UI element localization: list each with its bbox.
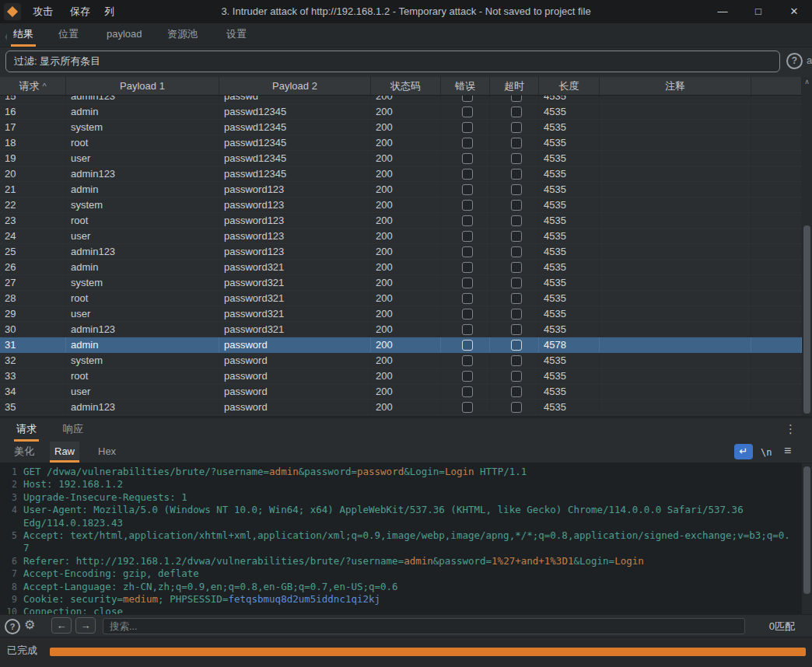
timeout-checkbox[interactable] xyxy=(511,371,522,382)
gear-icon[interactable]: ⚙ xyxy=(24,617,35,632)
table-row[interactable]: 21adminpassword1232004535 xyxy=(0,182,802,197)
tab-hex[interactable]: Hex xyxy=(93,442,121,463)
table-row[interactable]: 25admin123password1232004535 xyxy=(0,244,802,260)
table-row[interactable]: 22systempassword1232004535 xyxy=(0,197,802,213)
col-payload1[interactable]: Payload 1 xyxy=(66,77,219,95)
tab-response[interactable]: 响应 xyxy=(61,418,86,442)
request-editor[interactable]: 1GET /dvwa/vulnerabilities/brute/?userna… xyxy=(0,463,802,614)
timeout-checkbox[interactable] xyxy=(511,138,522,148)
table-row[interactable]: 26adminpassword3212004535 xyxy=(0,260,802,275)
table-row[interactable]: 15admin123passwd2004535 xyxy=(0,96,802,104)
timeout-checkbox[interactable] xyxy=(511,355,522,366)
error-checkbox[interactable] xyxy=(462,153,473,164)
error-checkbox[interactable] xyxy=(462,122,473,133)
error-checkbox[interactable] xyxy=(462,386,473,397)
timeout-checkbox[interactable] xyxy=(511,107,522,117)
table-row[interactable]: 30admin123password3212004535 xyxy=(0,322,802,337)
newline-toggle[interactable]: \n xyxy=(761,445,772,460)
timeout-checkbox[interactable] xyxy=(511,215,522,226)
timeout-checkbox[interactable] xyxy=(511,386,522,397)
kebab-menu-icon[interactable]: ⋮ xyxy=(785,422,796,436)
error-checkbox[interactable] xyxy=(462,231,473,242)
timeout-checkbox[interactable] xyxy=(511,153,522,164)
col-error[interactable]: 错误 xyxy=(441,77,490,95)
tab-raw[interactable]: Raw xyxy=(50,442,79,463)
timeout-checkbox[interactable] xyxy=(511,231,522,242)
timeout-checkbox[interactable] xyxy=(511,122,522,133)
table-row[interactable]: 20admin123passwd123452004535 xyxy=(0,166,802,182)
table-row[interactable]: 29userpassword3212004535 xyxy=(0,306,802,322)
timeout-checkbox[interactable] xyxy=(511,96,522,102)
table-row[interactable]: 18rootpasswd123452004535 xyxy=(0,135,802,151)
scroll-up-icon[interactable]: ∧ xyxy=(802,78,812,86)
timeout-checkbox[interactable] xyxy=(511,184,522,195)
maximize-button[interactable]: □ xyxy=(740,0,776,23)
table-scrollbar-thumb[interactable] xyxy=(803,225,810,414)
prev-match-button[interactable]: ← xyxy=(51,617,72,634)
table-row[interactable]: 17systempasswd123452004535 xyxy=(0,120,802,135)
timeout-checkbox[interactable] xyxy=(511,200,522,211)
timeout-checkbox[interactable] xyxy=(511,293,522,304)
menu-columns[interactable]: 列 xyxy=(100,0,119,23)
minimize-button[interactable]: — xyxy=(705,0,740,23)
table-row[interactable]: 32systempassword2004535 xyxy=(0,353,802,368)
menu-save[interactable]: 保存 xyxy=(65,0,95,23)
timeout-checkbox[interactable] xyxy=(511,324,522,335)
col-request[interactable]: 请求 ^ xyxy=(0,77,66,95)
col-payload2[interactable]: Payload 2 xyxy=(219,77,371,95)
timeout-checkbox[interactable] xyxy=(511,402,522,413)
search-help-icon[interactable]: ? xyxy=(5,619,20,634)
error-checkbox[interactable] xyxy=(462,355,473,366)
error-checkbox[interactable] xyxy=(462,246,473,257)
timeout-checkbox[interactable] xyxy=(511,169,522,180)
error-checkbox[interactable] xyxy=(462,309,473,320)
tab-pretty[interactable]: 美化 xyxy=(9,442,39,463)
tab-settings[interactable]: 设置 xyxy=(224,23,249,47)
error-checkbox[interactable] xyxy=(462,215,473,226)
error-checkbox[interactable] xyxy=(462,169,473,180)
error-checkbox[interactable] xyxy=(462,107,473,117)
table-row[interactable]: 33rootpassword2004535 xyxy=(0,368,802,384)
timeout-checkbox[interactable] xyxy=(511,278,522,288)
table-row[interactable]: 16adminpasswd123452004535 xyxy=(0,104,802,120)
col-status[interactable]: 状态码 xyxy=(371,77,441,95)
error-checkbox[interactable] xyxy=(462,340,473,351)
menu-attack[interactable]: 攻击 xyxy=(28,0,58,23)
editor-scrollbar-thumb[interactable] xyxy=(803,466,810,594)
timeout-checkbox[interactable] xyxy=(511,309,522,320)
table-scrollbar[interactable]: ∧ xyxy=(802,77,812,416)
search-input[interactable] xyxy=(103,618,745,634)
error-checkbox[interactable] xyxy=(462,262,473,273)
table-row[interactable]: 35admin123password2004535 xyxy=(0,400,802,415)
editor-scrollbar[interactable] xyxy=(802,463,812,614)
col-timeout[interactable]: 超时 xyxy=(490,77,539,95)
timeout-checkbox[interactable] xyxy=(511,340,522,351)
tab-results[interactable]: 结果 xyxy=(11,23,36,47)
hamburger-menu-icon[interactable]: ≡ xyxy=(784,444,791,458)
filter-bar[interactable]: 过滤: 显示所有条目 xyxy=(5,51,780,72)
timeout-checkbox[interactable] xyxy=(511,246,522,257)
help-icon[interactable]: ? xyxy=(786,53,803,69)
error-checkbox[interactable] xyxy=(462,96,473,102)
error-checkbox[interactable] xyxy=(462,402,473,413)
next-match-button[interactable]: → xyxy=(75,617,96,634)
col-length[interactable]: 长度 xyxy=(539,77,600,95)
tab-payloads[interactable]: payload xyxy=(104,23,145,47)
error-checkbox[interactable] xyxy=(462,138,473,148)
tab-resource-pool[interactable]: 资源池 xyxy=(165,23,200,47)
tab-request[interactable]: 请求 xyxy=(14,418,39,442)
tab-positions[interactable]: 位置 xyxy=(56,23,81,47)
timeout-checkbox[interactable] xyxy=(511,262,522,273)
table-row[interactable]: 27systempassword3212004535 xyxy=(0,275,802,291)
error-checkbox[interactable] xyxy=(462,324,473,335)
error-checkbox[interactable] xyxy=(462,278,473,288)
error-checkbox[interactable] xyxy=(462,184,473,195)
table-row[interactable]: 24userpassword1232004535 xyxy=(0,229,802,244)
table-row[interactable]: 28rootpassword3212004535 xyxy=(0,291,802,306)
table-row[interactable]: 23rootpassword1232004535 xyxy=(0,213,802,229)
wrap-lines-icon[interactable]: ↵ xyxy=(734,444,753,459)
col-comment[interactable]: 注释 xyxy=(600,77,751,95)
error-checkbox[interactable] xyxy=(462,371,473,382)
error-checkbox[interactable] xyxy=(462,293,473,304)
close-button[interactable]: ✕ xyxy=(776,0,812,23)
